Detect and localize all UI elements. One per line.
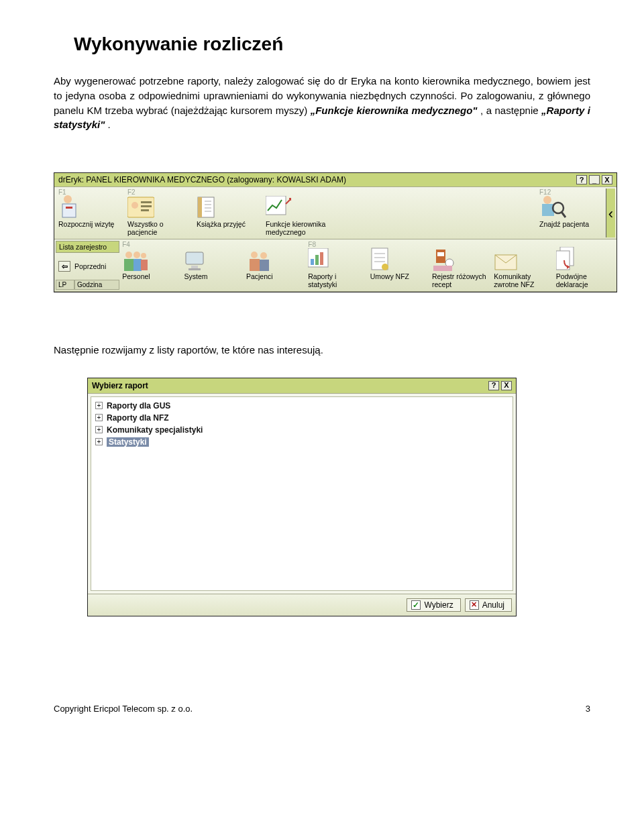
toolbar-item-label: Książka przyjęć [197, 220, 260, 235]
toolbar-item-ksiazka-przyjec[interactable]: Książka przyjęć [194, 185, 263, 237]
page-number: 3 [586, 704, 590, 714]
tree-node-label: Raporty dla GUS [107, 401, 170, 411]
toolbar-item-funkcje-kierownika[interactable]: Funkcje kierownika medycznego [263, 185, 332, 237]
toolbar-item-system[interactable]: System [182, 239, 244, 290]
dialog-buttonbar: ✓ Wybierz ✕ Anuluj [88, 594, 516, 616]
svg-rect-33 [311, 259, 314, 265]
toolbar-item-label: Pacjenci [246, 272, 303, 287]
svg-rect-35 [320, 252, 323, 265]
fkey-label: F2 [127, 188, 136, 196]
left-sidebar-fragment: Lista zarejestro ⇦ Poprzedni LP Godzina [56, 241, 119, 290]
button-label: Wybierz [424, 600, 453, 610]
svg-rect-7 [141, 209, 149, 211]
prev-row: ⇦ Poprzedni [56, 253, 119, 280]
paragraph-1: Aby wygenerować potrzebne raporty, należ… [54, 74, 590, 132]
svg-rect-27 [189, 268, 201, 270]
tree-node-komunikaty[interactable]: + Komunikaty specjalistyki [95, 424, 508, 436]
collapse-arrow[interactable]: ‹ [606, 188, 615, 237]
toolbar-item-label: Rejestr różowych recept [432, 272, 488, 287]
report-tree[interactable]: + Raporty dla GUS + Raporty dla NFZ + Ko… [91, 396, 513, 591]
find-patient-icon [539, 193, 603, 220]
svg-rect-6 [141, 205, 152, 207]
paragraph-2: Następnie rozwijamy z listy raportów, te… [54, 343, 590, 358]
fkey-label: F8 [308, 241, 316, 248]
svg-point-19 [125, 252, 132, 258]
anuluj-button[interactable]: ✕ Anuluj [465, 598, 512, 612]
prev-label: Poprzedni [74, 262, 106, 270]
mail-icon [494, 247, 550, 272]
fkey-label: F4 [122, 241, 130, 248]
tree-node-label: Statystyki [107, 437, 149, 447]
book-icon [197, 193, 260, 220]
toolbar-item-umowy-nfz[interactable]: Umowy NFZ [368, 239, 429, 290]
para1-post: . [108, 119, 111, 130]
svg-rect-25 [186, 252, 203, 264]
svg-point-4 [131, 202, 138, 209]
svg-point-0 [64, 195, 72, 203]
toolbar-item-label: Funkcje kierownika medycznego [266, 220, 329, 235]
list-label: Lista zarejestro [56, 241, 119, 253]
reports-icon [308, 247, 364, 272]
svg-point-21 [141, 253, 146, 258]
minimize-button[interactable]: _ [589, 175, 600, 184]
screenshot-main-panel: drEryk: PANEL KIEROWNIKA MEDYCZNEGO (zal… [54, 172, 617, 292]
toolbar-item-label: Znajdź pacjenta [539, 220, 603, 235]
toolbar-primary: F1 Rozpocznij wizytę F2 Wszystko o pacje… [54, 187, 616, 239]
svg-rect-30 [250, 259, 260, 271]
para1-mid: , a następnie [480, 105, 541, 116]
toolbar-item-rejestr-recept[interactable]: Rejestr różowych recept [429, 239, 491, 290]
toolbar-item-label: Wszystko o pacjencie [127, 220, 191, 235]
toolbar-item-label: Personel [122, 272, 178, 287]
para1-em1: „Funkcje kierownika medycznego" [311, 105, 478, 116]
table-header-fragment: LP Godzina [56, 280, 119, 290]
svg-rect-42 [437, 252, 444, 256]
toolbar-item-podwojne-deklaracje[interactable]: Podwójne deklaracje [553, 239, 615, 290]
patient-card-icon [127, 193, 191, 220]
svg-rect-1 [62, 204, 76, 217]
prev-button[interactable]: ⇦ [58, 261, 70, 272]
doctor-icon [58, 193, 122, 220]
svg-point-40 [382, 264, 388, 270]
toolbar-item-pacjenci[interactable]: Pacjenci [244, 239, 305, 290]
fkey-label: F1 [58, 188, 66, 196]
expand-icon[interactable]: + [95, 402, 103, 409]
col-lp: LP [56, 280, 74, 290]
svg-rect-31 [260, 260, 269, 271]
manager-chart-icon [266, 193, 329, 220]
page-footer: Copyright Ericpol Telecom sp. z o.o. 3 [54, 704, 590, 714]
toolbar-item-label: Umowy NFZ [370, 272, 427, 287]
toolbar-item-rozpocznij-wizyte[interactable]: F1 Rozpocznij wizytę [56, 185, 125, 237]
dialog-titlebar: Wybierz raport ? X [88, 378, 516, 394]
svg-rect-9 [198, 197, 202, 217]
personnel-icon [122, 247, 178, 272]
expand-icon[interactable]: + [95, 438, 103, 445]
svg-point-20 [133, 252, 140, 258]
toolbar-item-label: System [184, 272, 241, 287]
close-button[interactable]: X [602, 175, 612, 184]
toolbar-item-raporty-statystyki[interactable]: F8 Raporty i statystyki [305, 239, 367, 290]
toolbar-item-komunikaty-nfz[interactable]: Komunikaty zwrotne NFZ [491, 239, 553, 290]
tree-node-label: Komunikaty specjalistyki [107, 425, 203, 435]
svg-rect-14 [266, 196, 286, 215]
prescription-icon [432, 247, 488, 272]
expand-icon[interactable]: + [95, 414, 103, 421]
svg-rect-22 [124, 259, 133, 271]
svg-line-18 [561, 212, 566, 217]
help-button[interactable]: ? [488, 381, 499, 390]
tree-node-nfz[interactable]: + Raporty dla NFZ [95, 412, 508, 424]
toolbar-item-personel[interactable]: F4 Personel [119, 239, 181, 290]
help-button[interactable]: ? [576, 175, 587, 184]
toolbar-item-label: Komunikaty zwrotne NFZ [494, 272, 550, 287]
toolbar-item-znajdz-pacjenta[interactable]: F12 Znajdź pacjenta [537, 185, 606, 237]
wybierz-button[interactable]: ✓ Wybierz [407, 598, 460, 612]
tree-node-statystyki[interactable]: + Statystyki [95, 436, 508, 448]
window-title: drEryk: PANEL KIEROWNIKA MEDYCZNEGO (zal… [58, 175, 346, 184]
toolbar-item-wszystko-o-pacjencie[interactable]: F2 Wszystko o pacjencie [125, 185, 194, 237]
close-button[interactable]: X [501, 381, 512, 390]
tree-node-gus[interactable]: + Raporty dla GUS [95, 400, 508, 412]
expand-icon[interactable]: + [95, 426, 103, 433]
toolbar-item-label: Podwójne deklaracje [556, 272, 612, 287]
check-icon: ✓ [411, 600, 421, 610]
cross-icon: ✕ [470, 600, 479, 610]
svg-rect-2 [66, 207, 72, 209]
